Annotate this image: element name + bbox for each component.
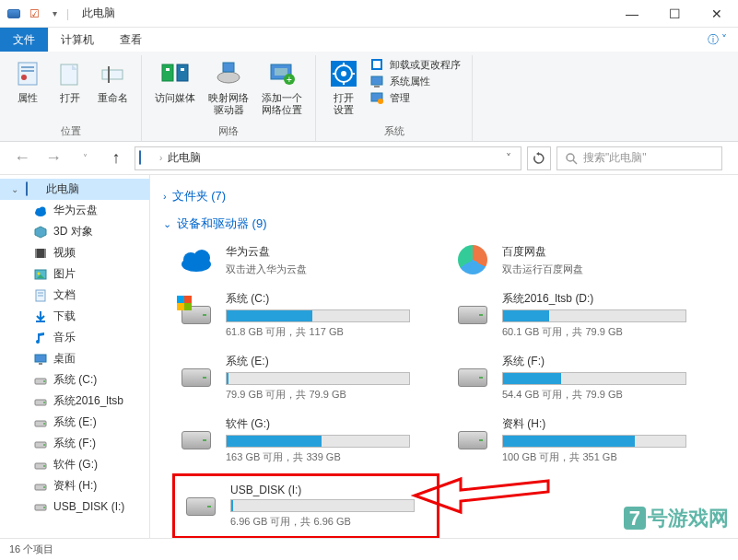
svg-point-52: [43, 423, 45, 425]
sidebar-item-label: 软件 (G:): [53, 457, 98, 472]
map-drive-button[interactable]: 映射网络 驱动器: [203, 55, 254, 120]
drive-icon: [454, 361, 491, 394]
uninstall-button[interactable]: 卸载或更改程序: [369, 57, 461, 72]
drive-item[interactable]: 系统 (F:)54.4 GB 可用，共 79.9 GB: [449, 348, 707, 407]
image-icon: [33, 267, 48, 282]
svg-rect-36: [35, 249, 37, 258]
download-icon: [33, 309, 48, 324]
sidebar-item[interactable]: 系统 (C:): [0, 369, 149, 391]
sidebar-item[interactable]: 音乐: [0, 327, 149, 348]
open-button[interactable]: 打开: [50, 55, 90, 108]
sidebar-item[interactable]: USB_DISK (I:): [0, 496, 149, 517]
address-dropdown-icon[interactable]: ˅: [500, 152, 517, 165]
explorer-icon: [6, 6, 22, 22]
close-button[interactable]: ✕: [696, 0, 738, 28]
manage-button[interactable]: 管理: [369, 90, 461, 105]
svg-rect-0: [18, 63, 37, 85]
forward-button[interactable]: →: [41, 146, 66, 171]
cloud-drive-item[interactable]: 百度网盘双击运行百度网盘: [449, 238, 707, 282]
sidebar-item[interactable]: 资料 (H:): [0, 475, 149, 496]
sidebar-item-label: 音乐: [53, 330, 76, 345]
drive-name: 百度网盘: [502, 244, 701, 260]
sidebar-item[interactable]: 视频: [0, 242, 149, 263]
maximize-button[interactable]: ☐: [653, 0, 696, 28]
sidebar-item-label: 图片: [53, 266, 76, 282]
sidebar-item[interactable]: 桌面: [0, 348, 149, 369]
open-settings-button[interactable]: 打开 设置: [323, 55, 364, 120]
sidebar-item-label: 下载: [53, 309, 76, 324]
desktop-icon: [33, 352, 48, 367]
svg-point-30: [567, 154, 574, 161]
svg-rect-12: [223, 63, 234, 72]
svg-rect-5: [102, 70, 123, 79]
qat-dropdown-icon[interactable]: ▾: [46, 6, 63, 22]
svg-point-19: [341, 71, 346, 76]
access-media-label: 访问媒体: [155, 92, 195, 104]
ribbon-group-location: 属性 打开 重命名 位置: [0, 55, 142, 141]
recent-dropdown[interactable]: ˅: [72, 146, 98, 171]
add-location-label: 添加一个 网络位置: [262, 92, 302, 116]
sidebar-item[interactable]: 软件 (G:): [0, 454, 149, 475]
drive-item[interactable]: 系统2016_ltsb (D:)60.1 GB 可用，共 79.9 GB: [449, 286, 707, 344]
back-button[interactable]: ←: [9, 146, 35, 171]
drive-item[interactable]: 资料 (H:)100 GB 可用，共 351 GB: [449, 411, 707, 470]
drive-item[interactable]: USB_DISK (I:)6.96 GB 可用，共 6.96 GB: [177, 478, 435, 534]
document-icon: [33, 288, 48, 303]
svg-point-50: [43, 402, 45, 403]
drive-usage-bar: [502, 309, 686, 322]
sidebar-item-label: 视频: [53, 245, 76, 261]
tab-file[interactable]: 文件: [0, 28, 48, 52]
sidebar-item[interactable]: 文档: [0, 285, 149, 306]
sidebar-item[interactable]: 3D 对象: [0, 221, 149, 242]
svg-point-63: [193, 250, 210, 266]
tab-computer[interactable]: 计算机: [48, 28, 107, 52]
drive-usage-bar: [502, 372, 686, 385]
access-media-button[interactable]: 访问媒体: [149, 55, 201, 108]
properties-button[interactable]: 属性: [7, 55, 48, 108]
title-bar: ☑ ▾ | 此电脑 — ☐ ✕: [0, 0, 738, 28]
svg-rect-8: [177, 64, 188, 81]
sidebar-item[interactable]: ⌄此电脑: [0, 179, 149, 200]
refresh-button[interactable]: [527, 146, 551, 170]
item-count: 16 个项目: [9, 542, 53, 556]
svg-rect-46: [39, 363, 42, 365]
drive-item[interactable]: 软件 (G:)163 GB 可用，共 339 GB: [172, 411, 430, 470]
drive-name: 资料 (H:): [502, 416, 701, 432]
add-location-button[interactable]: + 添加一个 网络位置: [256, 55, 308, 120]
svg-point-60: [43, 507, 45, 508]
qat-checkbox-icon[interactable]: ☑: [26, 6, 42, 22]
drive-item[interactable]: 系统 (E:)79.9 GB 可用，共 79.9 GB: [172, 348, 430, 407]
sidebar-item[interactable]: 图片: [0, 263, 149, 285]
cloud-drive-item[interactable]: 华为云盘双击进入华为云盘: [172, 238, 430, 282]
drive-stats: 6.96 GB 可用，共 6.96 GB: [230, 515, 429, 529]
sidebar-item[interactable]: 系统 (E:): [0, 412, 149, 433]
drives-section-header[interactable]: ⌄ 设备和驱动器 (9): [163, 210, 725, 238]
ribbon: 属性 打开 重命名 位置 访问媒体 映射网络 驱动器 +: [0, 52, 738, 142]
sidebar-item-label: 桌面: [53, 351, 76, 367]
minimize-button[interactable]: —: [611, 0, 653, 28]
expand-icon[interactable]: ⌄: [11, 184, 20, 194]
sidebar-item-label: 系统 (F:): [53, 436, 96, 451]
sidebar-item[interactable]: 华为云盘: [0, 200, 149, 221]
sidebar-item[interactable]: 系统2016_ltsb: [0, 391, 149, 412]
address-bar[interactable]: › 此电脑 ˅: [135, 146, 521, 170]
sidebar-item[interactable]: 系统 (F:): [0, 433, 149, 454]
svg-rect-1: [21, 66, 34, 68]
search-input[interactable]: 搜索"此电脑": [556, 146, 722, 170]
tab-view[interactable]: 查看: [107, 28, 155, 52]
drive-stats: 54.4 GB 可用，共 79.9 GB: [502, 388, 701, 402]
drive-icon: [182, 490, 219, 523]
system-properties-button[interactable]: 系统属性: [369, 74, 461, 88]
rename-button[interactable]: 重命名: [92, 55, 134, 108]
drive-usage-bar: [226, 309, 410, 322]
search-icon: [565, 152, 578, 165]
up-button[interactable]: ↑: [103, 146, 129, 171]
folders-section-header[interactable]: › 文件夹 (7): [163, 182, 725, 210]
drive-name: 系统 (C:): [226, 291, 425, 307]
sidebar-item[interactable]: 下载: [0, 306, 149, 327]
drive-item[interactable]: 系统 (C:)61.8 GB 可用，共 117 GB: [172, 286, 430, 344]
help-icon[interactable]: ⓘ ˅: [697, 28, 738, 52]
drive-icon: [33, 394, 48, 409]
svg-point-56: [43, 465, 45, 467]
drive-icon: [33, 415, 48, 430]
